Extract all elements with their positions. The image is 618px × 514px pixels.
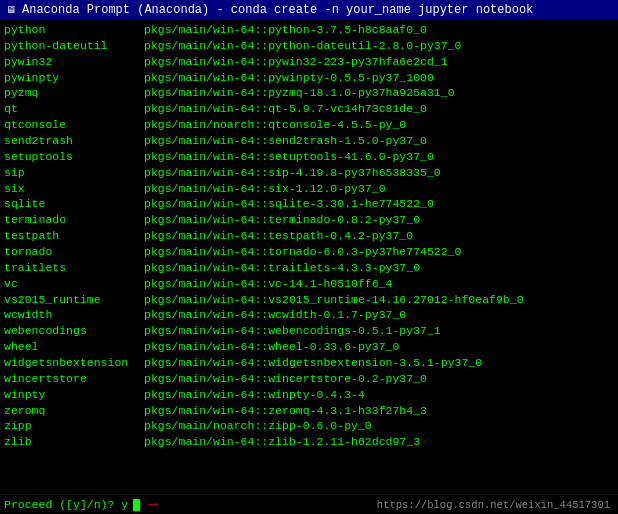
- terminal-line: terminadopkgs/main/win-64::terminado-0.8…: [4, 212, 614, 228]
- proceed-text: Proceed ([y]/n)? y: [4, 498, 128, 511]
- terminal-line: winptypkgs/main/win-64::winpty-0.4.3-4: [4, 387, 614, 403]
- terminal-line: webencodingspkgs/main/win-64::webencodin…: [4, 323, 614, 339]
- terminal-line: vs2015_runtimepkgs/main/win-64::vs2015_r…: [4, 292, 614, 308]
- pkg-source: pkgs/main/win-64::webencodings-0.5.1-py3…: [144, 323, 441, 339]
- bottom-bar: Proceed ([y]/n)? y → https://blog.csdn.n…: [0, 494, 618, 514]
- pkg-source: pkgs/main/win-64::tornado-6.0.3-py37he77…: [144, 244, 461, 260]
- pkg-name: zeromq: [4, 403, 144, 419]
- arrow-icon: →: [148, 496, 158, 514]
- pkg-name: traitlets: [4, 260, 144, 276]
- pkg-source: pkgs/main/win-64::wcwidth-0.1.7-py37_0: [144, 307, 406, 323]
- terminal-line: sippkgs/main/win-64::sip-4.19.8-py37h653…: [4, 165, 614, 181]
- pkg-source: pkgs/main/win-64::pywinpty-0.5.5-py37_10…: [144, 70, 434, 86]
- pkg-name: webencodings: [4, 323, 144, 339]
- pkg-source: pkgs/main/win-64::sip-4.19.8-py37h653833…: [144, 165, 441, 181]
- pkg-name: vs2015_runtime: [4, 292, 144, 308]
- terminal-line: tornadopkgs/main/win-64::tornado-6.0.3-p…: [4, 244, 614, 260]
- pkg-source: pkgs/main/noarch::zipp-0.6.0-py_0: [144, 418, 372, 434]
- pkg-name: wheel: [4, 339, 144, 355]
- pkg-source: pkgs/main/win-64::pyzmq-18.1.0-py37ha925…: [144, 85, 455, 101]
- pkg-source: pkgs/main/win-64::six-1.12.0-py37_0: [144, 181, 386, 197]
- pkg-source: pkgs/main/win-64::setuptools-41.6.0-py37…: [144, 149, 434, 165]
- pkg-name: python-dateutil: [4, 38, 144, 54]
- pkg-name: winpty: [4, 387, 144, 403]
- pkg-name: send2trash: [4, 133, 144, 149]
- terminal-line: zlibpkgs/main/win-64::zlib-1.2.11-h62dcd…: [4, 434, 614, 450]
- pkg-source: pkgs/main/win-64::python-3.7.5-h8c8aaf0_…: [144, 22, 427, 38]
- terminal-line: send2trashpkgs/main/win-64::send2trash-1…: [4, 133, 614, 149]
- terminal-line: pywin32pkgs/main/win-64::pywin32-223-py3…: [4, 54, 614, 70]
- pkg-source: pkgs/main/win-64::qt-5.9.7-vc14h73c81de_…: [144, 101, 427, 117]
- terminal-line: setuptoolspkgs/main/win-64::setuptools-4…: [4, 149, 614, 165]
- pkg-name: widgetsnbextension: [4, 355, 144, 371]
- title-bar-text: Anaconda Prompt (Anaconda) - conda creat…: [22, 3, 533, 17]
- terminal-line: sixpkgs/main/win-64::six-1.12.0-py37_0: [4, 181, 614, 197]
- pkg-name: tornado: [4, 244, 144, 260]
- pkg-source: pkgs/main/noarch::qtconsole-4.5.5-py_0: [144, 117, 406, 133]
- pkg-source: pkgs/main/win-64::traitlets-4.3.3-py37_0: [144, 260, 420, 276]
- title-bar: 🖥 Anaconda Prompt (Anaconda) - conda cre…: [0, 0, 618, 20]
- terminal-line: pythonpkgs/main/win-64::python-3.7.5-h8c…: [4, 22, 614, 38]
- terminal-line: zipppkgs/main/noarch::zipp-0.6.0-py_0: [4, 418, 614, 434]
- proceed-section: Proceed ([y]/n)? y →: [4, 496, 158, 514]
- pkg-name: sqlite: [4, 196, 144, 212]
- terminal-line: pyzmqpkgs/main/win-64::pyzmq-18.1.0-py37…: [4, 85, 614, 101]
- pkg-name: vc: [4, 276, 144, 292]
- terminal-line: pywinptypkgs/main/win-64::pywinpty-0.5.5…: [4, 70, 614, 86]
- pkg-source: pkgs/main/win-64::vc-14.1-h0510ff6_4: [144, 276, 392, 292]
- pkg-source: pkgs/main/win-64::wincertstore-0.2-py37_…: [144, 371, 427, 387]
- pkg-name: zipp: [4, 418, 144, 434]
- pkg-source: pkgs/main/win-64::terminado-0.8.2-py37_0: [144, 212, 420, 228]
- terminal-line: vcpkgs/main/win-64::vc-14.1-h0510ff6_4: [4, 276, 614, 292]
- terminal-line: sqlitepkgs/main/win-64::sqlite-3.30.1-he…: [4, 196, 614, 212]
- cursor: [133, 499, 140, 511]
- pkg-name: wcwidth: [4, 307, 144, 323]
- pkg-name: setuptools: [4, 149, 144, 165]
- terminal-line: zeromqpkgs/main/win-64::zeromq-4.3.1-h33…: [4, 403, 614, 419]
- pkg-name: zlib: [4, 434, 144, 450]
- pkg-source: pkgs/main/win-64::widgetsnbextension-3.5…: [144, 355, 482, 371]
- terminal-body: pythonpkgs/main/win-64::python-3.7.5-h8c…: [0, 20, 618, 494]
- pkg-source: pkgs/main/win-64::sqlite-3.30.1-he774522…: [144, 196, 434, 212]
- title-bar-icon: 🖥: [6, 4, 16, 16]
- pkg-name: pywin32: [4, 54, 144, 70]
- pkg-name: six: [4, 181, 144, 197]
- pkg-name: wincertstore: [4, 371, 144, 387]
- pkg-source: pkgs/main/win-64::zeromq-4.3.1-h33f27b4_…: [144, 403, 427, 419]
- pkg-source: pkgs/main/win-64::wheel-0.33.6-py37_0: [144, 339, 399, 355]
- terminal-line: testpathpkgs/main/win-64::testpath-0.4.2…: [4, 228, 614, 244]
- pkg-name: pywinpty: [4, 70, 144, 86]
- pkg-name: testpath: [4, 228, 144, 244]
- terminal-line: widgetsnbextensionpkgs/main/win-64::widg…: [4, 355, 614, 371]
- pkg-source: pkgs/main/win-64::python-dateutil-2.8.0-…: [144, 38, 461, 54]
- watermark: https://blog.csdn.net/weixin_44517301: [377, 499, 610, 511]
- pkg-source: pkgs/main/win-64::send2trash-1.5.0-py37_…: [144, 133, 427, 149]
- pkg-source: pkgs/main/win-64::zlib-1.2.11-h62dcd97_3: [144, 434, 420, 450]
- terminal-line: qtconsolepkgs/main/noarch::qtconsole-4.5…: [4, 117, 614, 133]
- pkg-name: sip: [4, 165, 144, 181]
- terminal-line: wheelpkgs/main/win-64::wheel-0.33.6-py37…: [4, 339, 614, 355]
- pkg-name: python: [4, 22, 144, 38]
- pkg-name: pyzmq: [4, 85, 144, 101]
- pkg-name: terminado: [4, 212, 144, 228]
- pkg-name: qt: [4, 101, 144, 117]
- pkg-name: qtconsole: [4, 117, 144, 133]
- pkg-source: pkgs/main/win-64::pywin32-223-py37hfa6e2…: [144, 54, 448, 70]
- terminal-line: traitletspkgs/main/win-64::traitlets-4.3…: [4, 260, 614, 276]
- terminal-line: wcwidthpkgs/main/win-64::wcwidth-0.1.7-p…: [4, 307, 614, 323]
- pkg-source: pkgs/main/win-64::winpty-0.4.3-4: [144, 387, 365, 403]
- terminal-line: wincertstorepkgs/main/win-64::wincertsto…: [4, 371, 614, 387]
- terminal-line: qtpkgs/main/win-64::qt-5.9.7-vc14h73c81d…: [4, 101, 614, 117]
- pkg-source: pkgs/main/win-64::vs2015_runtime-14.16.2…: [144, 292, 524, 308]
- terminal-line: python-dateutilpkgs/main/win-64::python-…: [4, 38, 614, 54]
- pkg-source: pkgs/main/win-64::testpath-0.4.2-py37_0: [144, 228, 413, 244]
